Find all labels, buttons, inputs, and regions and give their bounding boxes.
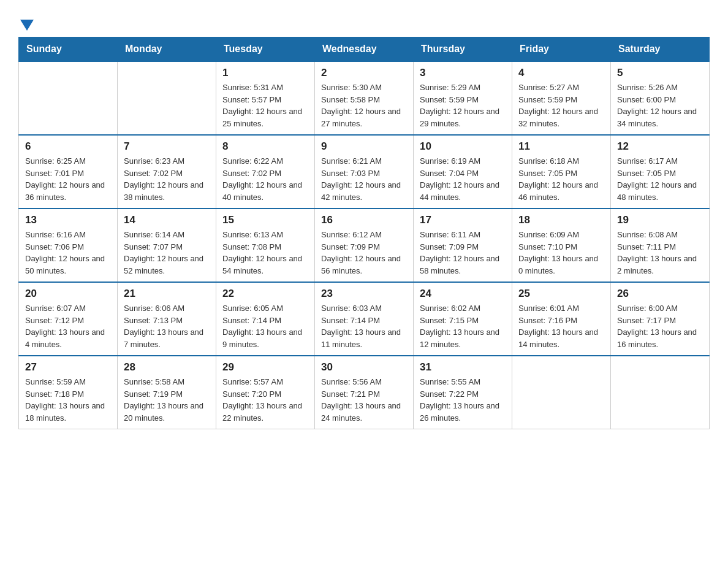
calendar-cell: 2 Sunrise: 5:30 AMSunset: 5:58 PMDayligh… xyxy=(315,61,414,135)
calendar-cell: 22 Sunrise: 6:05 AMSunset: 7:14 PMDaylig… xyxy=(216,282,315,356)
calendar-cell: 13 Sunrise: 6:16 AMSunset: 7:06 PMDaylig… xyxy=(19,209,118,282)
day-number: 12 xyxy=(617,140,703,153)
day-number: 10 xyxy=(420,140,506,153)
day-number: 9 xyxy=(321,140,407,153)
calendar-cell: 26 Sunrise: 6:00 AMSunset: 7:17 PMDaylig… xyxy=(611,282,710,356)
day-number: 29 xyxy=(222,361,308,373)
day-number: 28 xyxy=(124,361,210,373)
day-info: Sunrise: 5:55 AMSunset: 7:22 PMDaylight:… xyxy=(420,376,506,424)
day-number: 6 xyxy=(25,140,111,153)
day-info: Sunrise: 5:26 AMSunset: 6:00 PMDaylight:… xyxy=(617,82,703,129)
day-info: Sunrise: 6:05 AMSunset: 7:14 PMDaylight:… xyxy=(222,302,308,350)
day-number: 20 xyxy=(25,288,111,300)
calendar-cell: 11 Sunrise: 6:18 AMSunset: 7:05 PMDaylig… xyxy=(512,135,611,209)
calendar-week-row: 27 Sunrise: 5:59 AMSunset: 7:18 PMDaylig… xyxy=(19,356,710,429)
day-number: 1 xyxy=(222,67,308,79)
calendar-cell xyxy=(19,61,118,135)
calendar-cell: 3 Sunrise: 5:29 AMSunset: 5:59 PMDayligh… xyxy=(414,61,512,135)
day-number: 2 xyxy=(321,67,407,79)
day-info: Sunrise: 6:13 AMSunset: 7:08 PMDaylight:… xyxy=(222,229,308,277)
day-info: Sunrise: 6:21 AMSunset: 7:03 PMDaylight:… xyxy=(321,155,407,203)
calendar-cell xyxy=(118,61,216,135)
day-info: Sunrise: 6:16 AMSunset: 7:06 PMDaylight:… xyxy=(25,229,111,277)
day-number: 26 xyxy=(617,288,703,300)
day-info: Sunrise: 6:03 AMSunset: 7:14 PMDaylight:… xyxy=(321,302,407,350)
calendar-cell: 7 Sunrise: 6:23 AMSunset: 7:02 PMDayligh… xyxy=(118,135,216,209)
calendar-cell: 8 Sunrise: 6:22 AMSunset: 7:02 PMDayligh… xyxy=(216,135,315,209)
day-number: 8 xyxy=(222,140,308,153)
calendar-cell: 15 Sunrise: 6:13 AMSunset: 7:08 PMDaylig… xyxy=(216,209,315,282)
day-info: Sunrise: 5:31 AMSunset: 5:57 PMDaylight:… xyxy=(222,82,308,129)
calendar-cell: 21 Sunrise: 6:06 AMSunset: 7:13 PMDaylig… xyxy=(118,282,216,356)
calendar-cell: 4 Sunrise: 5:27 AMSunset: 5:59 PMDayligh… xyxy=(512,61,611,135)
day-number: 25 xyxy=(518,288,604,300)
svg-marker-0 xyxy=(20,20,34,31)
calendar-cell: 14 Sunrise: 6:14 AMSunset: 7:07 PMDaylig… xyxy=(118,209,216,282)
calendar-cell: 17 Sunrise: 6:11 AMSunset: 7:09 PMDaylig… xyxy=(414,209,512,282)
day-number: 11 xyxy=(518,140,604,153)
calendar-header-row: SundayMondayTuesdayWednesdayThursdayFrid… xyxy=(19,37,710,62)
day-info: Sunrise: 6:02 AMSunset: 7:15 PMDaylight:… xyxy=(420,302,506,350)
day-of-week-header: Thursday xyxy=(414,37,512,62)
day-number: 22 xyxy=(222,288,308,300)
day-info: Sunrise: 5:56 AMSunset: 7:21 PMDaylight:… xyxy=(321,376,407,424)
logo xyxy=(18,12,34,31)
day-number: 19 xyxy=(617,214,703,226)
day-number: 23 xyxy=(321,288,407,300)
day-info: Sunrise: 6:18 AMSunset: 7:05 PMDaylight:… xyxy=(518,155,604,203)
calendar-table: SundayMondayTuesdayWednesdayThursdayFrid… xyxy=(18,37,710,429)
calendar-week-row: 20 Sunrise: 6:07 AMSunset: 7:12 PMDaylig… xyxy=(19,282,710,356)
calendar-cell: 20 Sunrise: 6:07 AMSunset: 7:12 PMDaylig… xyxy=(19,282,118,356)
logo-triangle-icon xyxy=(20,20,34,31)
day-info: Sunrise: 6:00 AMSunset: 7:17 PMDaylight:… xyxy=(617,302,703,350)
calendar-cell: 1 Sunrise: 5:31 AMSunset: 5:57 PMDayligh… xyxy=(216,61,315,135)
day-info: Sunrise: 5:30 AMSunset: 5:58 PMDaylight:… xyxy=(321,82,407,129)
day-number: 7 xyxy=(124,140,210,153)
calendar-cell: 18 Sunrise: 6:09 AMSunset: 7:10 PMDaylig… xyxy=(512,209,611,282)
day-info: Sunrise: 5:57 AMSunset: 7:20 PMDaylight:… xyxy=(222,376,308,424)
calendar-cell: 16 Sunrise: 6:12 AMSunset: 7:09 PMDaylig… xyxy=(315,209,414,282)
day-number: 5 xyxy=(617,67,703,79)
calendar-cell: 10 Sunrise: 6:19 AMSunset: 7:04 PMDaylig… xyxy=(414,135,512,209)
day-number: 21 xyxy=(124,288,210,300)
day-number: 17 xyxy=(420,214,506,226)
day-info: Sunrise: 6:22 AMSunset: 7:02 PMDaylight:… xyxy=(222,155,308,203)
calendar-cell xyxy=(512,356,611,429)
day-info: Sunrise: 6:01 AMSunset: 7:16 PMDaylight:… xyxy=(518,302,604,350)
calendar-cell: 28 Sunrise: 5:58 AMSunset: 7:19 PMDaylig… xyxy=(118,356,216,429)
day-info: Sunrise: 5:27 AMSunset: 5:59 PMDaylight:… xyxy=(518,82,604,129)
day-number: 30 xyxy=(321,361,407,373)
calendar-cell: 25 Sunrise: 6:01 AMSunset: 7:16 PMDaylig… xyxy=(512,282,611,356)
calendar-cell: 27 Sunrise: 5:59 AMSunset: 7:18 PMDaylig… xyxy=(19,356,118,429)
calendar-week-row: 6 Sunrise: 6:25 AMSunset: 7:01 PMDayligh… xyxy=(19,135,710,209)
day-number: 15 xyxy=(222,214,308,226)
day-info: Sunrise: 6:09 AMSunset: 7:10 PMDaylight:… xyxy=(518,229,604,277)
day-info: Sunrise: 6:11 AMSunset: 7:09 PMDaylight:… xyxy=(420,229,506,277)
calendar-cell: 6 Sunrise: 6:25 AMSunset: 7:01 PMDayligh… xyxy=(19,135,118,209)
day-info: Sunrise: 6:17 AMSunset: 7:05 PMDaylight:… xyxy=(617,155,703,203)
calendar-cell: 9 Sunrise: 6:21 AMSunset: 7:03 PMDayligh… xyxy=(315,135,414,209)
day-of-week-header: Wednesday xyxy=(315,37,414,62)
calendar-cell: 12 Sunrise: 6:17 AMSunset: 7:05 PMDaylig… xyxy=(611,135,710,209)
calendar-cell: 23 Sunrise: 6:03 AMSunset: 7:14 PMDaylig… xyxy=(315,282,414,356)
page-header xyxy=(18,12,710,31)
day-info: Sunrise: 5:29 AMSunset: 5:59 PMDaylight:… xyxy=(420,82,506,129)
day-number: 24 xyxy=(420,288,506,300)
calendar-cell: 19 Sunrise: 6:08 AMSunset: 7:11 PMDaylig… xyxy=(611,209,710,282)
day-number: 4 xyxy=(518,67,604,79)
calendar-cell: 30 Sunrise: 5:56 AMSunset: 7:21 PMDaylig… xyxy=(315,356,414,429)
day-info: Sunrise: 6:06 AMSunset: 7:13 PMDaylight:… xyxy=(124,302,210,350)
day-number: 31 xyxy=(420,361,506,373)
day-number: 3 xyxy=(420,67,506,79)
day-of-week-header: Monday xyxy=(118,37,216,62)
calendar-cell: 24 Sunrise: 6:02 AMSunset: 7:15 PMDaylig… xyxy=(414,282,512,356)
day-info: Sunrise: 6:14 AMSunset: 7:07 PMDaylight:… xyxy=(124,229,210,277)
calendar-cell: 29 Sunrise: 5:57 AMSunset: 7:20 PMDaylig… xyxy=(216,356,315,429)
day-info: Sunrise: 6:19 AMSunset: 7:04 PMDaylight:… xyxy=(420,155,506,203)
day-of-week-header: Friday xyxy=(512,37,611,62)
calendar-week-row: 1 Sunrise: 5:31 AMSunset: 5:57 PMDayligh… xyxy=(19,61,710,135)
day-of-week-header: Saturday xyxy=(611,37,710,62)
day-number: 18 xyxy=(518,214,604,226)
day-info: Sunrise: 6:12 AMSunset: 7:09 PMDaylight:… xyxy=(321,229,407,277)
calendar-cell: 5 Sunrise: 5:26 AMSunset: 6:00 PMDayligh… xyxy=(611,61,710,135)
